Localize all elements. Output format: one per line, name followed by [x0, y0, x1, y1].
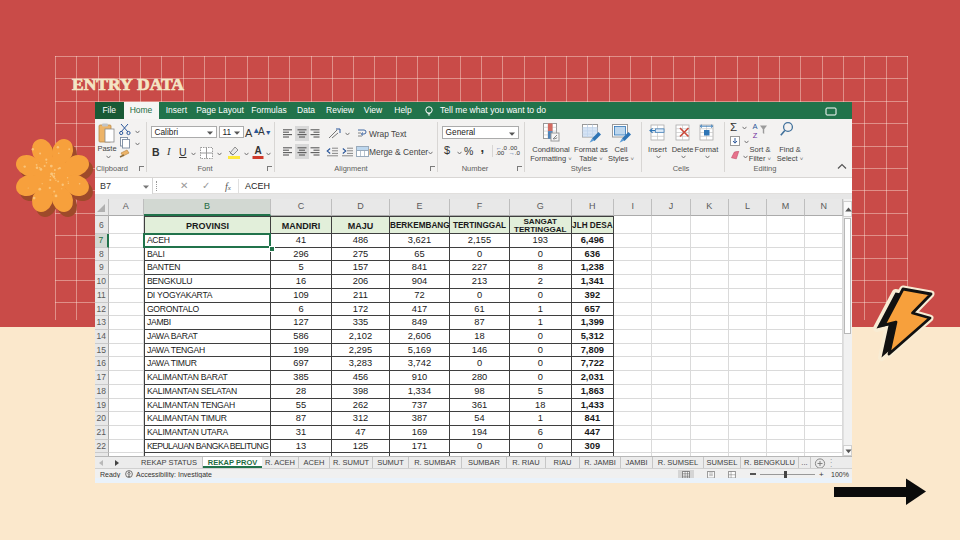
svg-text:Z: Z — [753, 130, 758, 139]
svg-text:A: A — [254, 145, 261, 156]
